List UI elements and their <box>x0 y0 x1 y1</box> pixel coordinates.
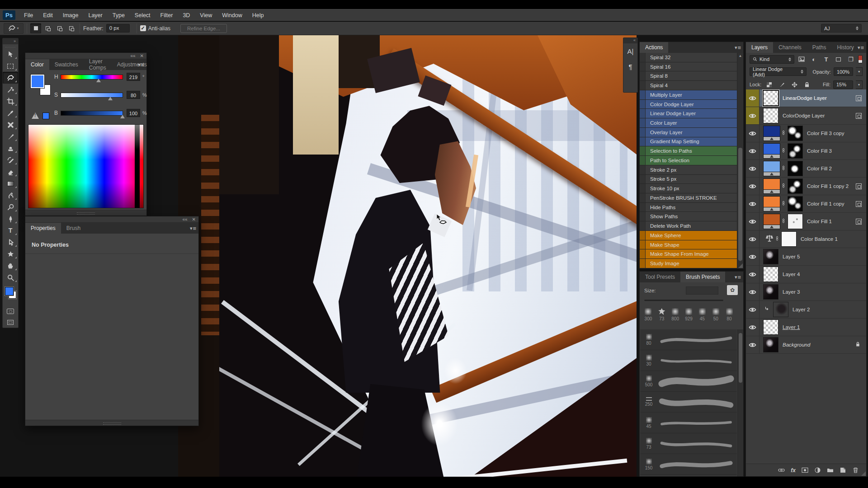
action-stroke-5-px[interactable]: Stroke 5 px <box>640 175 737 184</box>
scrollbar-thumb[interactable] <box>739 333 742 383</box>
layer-row-layer-4[interactable]: Layer 4 <box>746 266 866 283</box>
saturation-value[interactable]: 80 <box>127 91 140 99</box>
foreground-color-swatch[interactable] <box>5 287 14 296</box>
menu-3d[interactable]: 3D <box>178 9 195 21</box>
menu-select[interactable]: Select <box>130 9 156 21</box>
action-toggle[interactable] <box>640 184 646 193</box>
gamut-swatch[interactable] <box>42 113 49 119</box>
history-brush-tool[interactable] <box>3 154 18 166</box>
layer-thumbnail[interactable] <box>763 319 778 335</box>
action-toggle[interactable] <box>640 193 646 202</box>
layer-visibility-toggle[interactable] <box>746 178 760 195</box>
action-toggle[interactable] <box>640 146 646 155</box>
action-toggle[interactable] <box>640 71 646 80</box>
layer-fill-thumbnail[interactable] <box>763 214 780 229</box>
brush-tip-preset[interactable]: 929 <box>682 307 696 328</box>
lock-transparency-icon[interactable] <box>764 80 774 89</box>
layer-thumbnail[interactable] <box>773 302 788 317</box>
action-gradient-map-setting[interactable]: Gradient Map Setting <box>640 137 737 147</box>
layer-row-layer-3[interactable]: Layer 3 <box>746 283 866 301</box>
link-layers-icon[interactable] <box>778 467 785 474</box>
blend-mode-dropdown[interactable]: Linear Dodge (Add) <box>750 67 807 76</box>
panel-resize-grip[interactable] <box>25 210 146 216</box>
brush-preset[interactable]: 500 <box>640 371 737 392</box>
pen-tool[interactable] <box>3 213 18 225</box>
custom-shape-tool[interactable] <box>3 248 18 260</box>
size-slider[interactable] <box>644 300 723 301</box>
panel-resize-grip[interactable] <box>25 420 198 426</box>
color-spectrum-field[interactable] <box>28 124 144 208</box>
tab-layers[interactable]: Layers <box>746 42 773 53</box>
action-selection-to-paths[interactable]: Selection to Paths <box>640 146 737 156</box>
layer-visibility-toggle[interactable] <box>746 160 760 177</box>
action-path-to-selection[interactable]: Path to Selection <box>640 156 737 165</box>
layer-thumbnail[interactable] <box>763 249 778 264</box>
action-toggle[interactable] <box>640 203 646 212</box>
layer-mask-thumbnail[interactable] <box>788 161 803 176</box>
collapse-toolbar-button[interactable]: » <box>3 38 18 44</box>
brightness-value[interactable]: 100 <box>127 109 140 117</box>
action-toggle[interactable] <box>640 62 646 71</box>
action-toggle[interactable] <box>640 259 646 268</box>
smudge-tool[interactable] <box>3 189 18 201</box>
action-spiral-4[interactable]: Spiral 4 <box>640 81 737 90</box>
brush-tip-preset[interactable]: 50 <box>709 307 722 328</box>
layer-row-color-fill-3[interactable]: Color Fill 3 <box>746 142 866 160</box>
canvas-area[interactable] <box>178 35 637 477</box>
layer-visibility-toggle[interactable] <box>746 89 760 107</box>
layer-visibility-toggle[interactable] <box>746 248 760 265</box>
magic-wand-tool[interactable] <box>3 84 18 95</box>
action-toggle[interactable] <box>640 90 646 99</box>
action-toggle[interactable] <box>640 221 646 230</box>
layer-row-background[interactable]: Background <box>746 336 866 354</box>
quick-mask-button[interactable] <box>3 306 18 317</box>
size-input[interactable] <box>686 286 718 295</box>
crop-tool[interactable] <box>3 95 18 107</box>
brush-preset[interactable]: 45 <box>640 413 737 433</box>
layer-visibility-toggle[interactable] <box>746 336 760 353</box>
filter-kind-dropdown[interactable]: Kind <box>750 55 794 64</box>
action-toggle[interactable] <box>640 212 646 221</box>
layer-visibility-toggle[interactable] <box>746 266 760 283</box>
character-panel-button[interactable]: A| <box>623 43 637 59</box>
action-spiral-8[interactable]: Spiral 8 <box>640 71 737 81</box>
tab-swatches[interactable]: Swatches <box>49 59 84 70</box>
opacity-input[interactable]: 100% <box>834 67 853 76</box>
action-make-shape[interactable]: Make Shape <box>640 240 737 250</box>
layer-mask-thumbnail[interactable] <box>788 178 803 194</box>
layer-thumbnail[interactable] <box>763 90 778 106</box>
action-make-sphere[interactable]: Make Sphere <box>640 231 737 240</box>
layer-effects-icon[interactable]: fx <box>791 467 796 474</box>
tab-history[interactable]: History <box>831 42 859 53</box>
brush-tip-preset[interactable]: 73 <box>655 307 669 328</box>
tab-channels[interactable]: Channels <box>773 42 807 53</box>
action-toggle[interactable] <box>640 53 646 62</box>
scroll-up-icon[interactable]: ▲ <box>737 54 743 58</box>
action-toggle[interactable] <box>640 100 646 109</box>
layer-mask-thumbnail[interactable] <box>781 231 797 247</box>
path-selection-tool[interactable] <box>3 236 18 248</box>
dodge-tool[interactable] <box>3 201 18 213</box>
layer-visibility-toggle[interactable] <box>746 230 760 248</box>
action-linear-dodge-layer[interactable]: Linear Dodge Layer <box>640 109 737 118</box>
clone-stamp-tool[interactable] <box>3 142 18 154</box>
brightness-slider[interactable] <box>61 111 123 116</box>
rectangular-marquee-tool[interactable] <box>3 60 18 72</box>
collapse-panel-icon[interactable]: «« <box>182 217 187 222</box>
action-toggle[interactable] <box>640 231 646 240</box>
workspace-switcher[interactable]: AJ <box>821 24 862 33</box>
saturation-slider[interactable] <box>61 93 123 98</box>
action-toggle[interactable] <box>640 128 646 137</box>
brush-preset[interactable]: 60 <box>640 475 737 476</box>
hue-slider[interactable] <box>61 75 123 80</box>
close-panel-icon[interactable]: ✕ <box>140 53 144 58</box>
layer-visibility-toggle[interactable] <box>746 319 760 336</box>
tab-adjustments[interactable]: Adjustments <box>112 59 152 70</box>
layer-visibility-toggle[interactable] <box>746 213 760 230</box>
menu-type[interactable]: Type <box>108 9 130 21</box>
action-toggle[interactable] <box>640 249 646 258</box>
action-delete-work-path[interactable]: Delete Work Path <box>640 221 737 231</box>
layer-visibility-toggle[interactable] <box>746 142 760 160</box>
fill-input[interactable]: 15% <box>833 80 853 89</box>
layer-mask-thumbnail[interactable] <box>788 196 803 211</box>
